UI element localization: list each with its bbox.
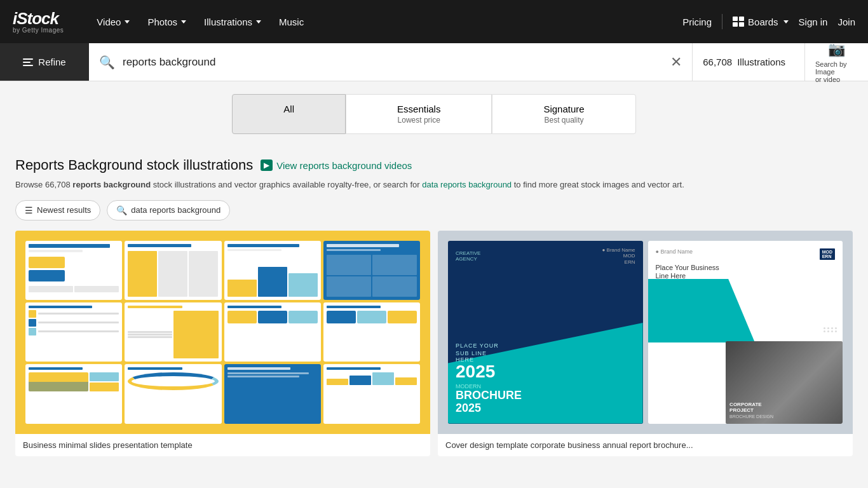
filter-tabs: All Essentials Lowest price Signature Be… xyxy=(0,81,868,147)
camera-icon: 📷 xyxy=(828,41,845,58)
search-bar: Refine 🔍 ✕ 66,708 Illustrations 📷 Search… xyxy=(0,43,868,81)
search-by-image-label: Search by Image or video xyxy=(815,60,858,83)
logo[interactable]: iStock by Getty Images xyxy=(13,10,64,34)
description-link[interactable]: data reports background xyxy=(422,180,512,189)
logo-sub: by Getty Images xyxy=(13,27,64,34)
tab-all[interactable]: All xyxy=(232,94,346,134)
page-title: Reports Background stock illustrations xyxy=(15,157,253,173)
search-chip-icon: 🔍 xyxy=(116,205,127,215)
video-link[interactable]: ▶ View reports background videos xyxy=(261,159,412,171)
tab-signature-sub: Best quality xyxy=(543,116,584,125)
nav-music[interactable]: Music xyxy=(271,11,311,32)
chip-data-reports-background[interactable]: 🔍 data reports background xyxy=(107,200,230,220)
gallery-caption-1: Business minimal slides presentation tem… xyxy=(15,434,430,456)
tab-signature[interactable]: Signature Best quality xyxy=(492,94,635,134)
search-input[interactable] xyxy=(123,56,663,69)
description-text: Browse 66,708 reports background stock i… xyxy=(15,179,853,200)
video-icon: ▶ xyxy=(261,159,273,171)
refine-icon xyxy=(23,58,33,66)
nav-photos[interactable]: Photos xyxy=(140,11,194,32)
results-count: 66,708 xyxy=(703,57,732,67)
chevron-down-icon xyxy=(181,20,186,24)
gallery-image-1 xyxy=(15,231,430,434)
nav-illustrations[interactable]: Illustrations xyxy=(196,11,269,32)
filter-chips: ☰ Newest results 🔍 data reports backgrou… xyxy=(15,200,853,231)
join-button[interactable]: Join xyxy=(837,17,855,27)
clear-search-button[interactable]: ✕ xyxy=(670,55,682,69)
results-count-area: 66,708 Illustrations xyxy=(692,43,804,81)
nav-items: Video Photos Illustrations Music xyxy=(89,11,663,32)
search-by-image-button[interactable]: 📷 Search by Image or video xyxy=(804,43,868,81)
signin-button[interactable]: Sign in xyxy=(799,17,828,27)
gallery-image-2: PLACE YOUR SUB LINE HERE 2025 MODERN BRO… xyxy=(438,231,853,434)
tab-essentials[interactable]: Essentials Lowest price xyxy=(346,94,492,134)
search-icon: 🔍 xyxy=(99,55,115,70)
gallery-caption-2: Cover design template corporate business… xyxy=(438,434,853,456)
chip-newest-results[interactable]: ☰ Newest results xyxy=(15,200,100,220)
gallery-item-1[interactable]: Business minimal slides presentation tem… xyxy=(15,231,430,456)
chevron-down-icon xyxy=(789,60,794,64)
boards-icon xyxy=(733,17,744,27)
nav-video[interactable]: Video xyxy=(89,11,137,32)
logo-main: iStock xyxy=(13,10,64,27)
chevron-down-icon xyxy=(256,20,261,24)
top-navigation: iStock by Getty Images Video Photos Illu… xyxy=(0,0,868,43)
sort-icon: ☰ xyxy=(25,205,33,215)
chevron-down-icon xyxy=(125,20,130,24)
tab-essentials-sub: Lowest price xyxy=(397,116,440,125)
refine-button[interactable]: Refine xyxy=(0,43,89,81)
nav-right: Pricing Boards Sign in Join xyxy=(682,14,855,29)
gallery: Business minimal slides presentation tem… xyxy=(15,231,853,456)
nav-divider xyxy=(722,14,722,29)
search-input-area: 🔍 ✕ xyxy=(89,55,692,70)
page-content: Reports Background stock illustrations ▶… xyxy=(0,147,868,469)
page-title-row: Reports Background stock illustrations ▶… xyxy=(15,147,853,179)
pricing-link[interactable]: Pricing xyxy=(682,17,712,27)
boards-button[interactable]: Boards xyxy=(733,17,789,27)
chevron-down-icon xyxy=(783,20,789,24)
category-dropdown[interactable]: Illustrations xyxy=(737,57,794,67)
gallery-item-2[interactable]: PLACE YOUR SUB LINE HERE 2025 MODERN BRO… xyxy=(438,231,853,456)
